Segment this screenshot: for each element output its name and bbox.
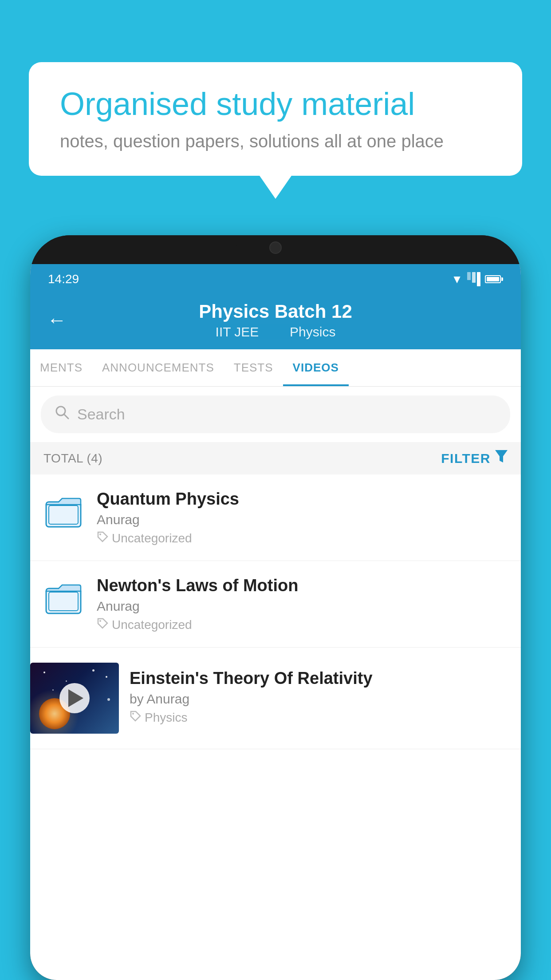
- status-time: 14:29: [48, 272, 79, 286]
- status-icons: ▼: [451, 272, 503, 286]
- video-title-3: Einstein's Theory Of Relativity: [130, 669, 508, 688]
- filter-button[interactable]: FILTER: [441, 450, 508, 466]
- search-bar[interactable]: Search: [41, 395, 510, 433]
- video-item-info-1: Quantum Physics Anurag Uncategorized: [97, 490, 508, 545]
- filter-label: FILTER: [441, 451, 491, 466]
- bubble-title: Organised study material: [60, 87, 491, 122]
- tag-icon-2: [97, 617, 108, 632]
- svg-rect-4: [49, 506, 78, 524]
- video-item-info-3: Einstein's Theory Of Relativity by Anura…: [130, 663, 508, 725]
- play-triangle: [68, 689, 83, 707]
- video-tag-1: Uncategorized: [97, 531, 508, 545]
- tag-icon-3: [130, 710, 141, 725]
- tabs-bar: MENTS ANNOUNCEMENTS TESTS VIDEOS: [30, 349, 521, 387]
- video-author-1: Anurag: [97, 512, 508, 527]
- filter-bar: TOTAL (4) FILTER: [30, 442, 521, 474]
- list-item[interactable]: Quantum Physics Anurag Uncategorized: [30, 474, 521, 561]
- bubble-subtitle: notes, question papers, solutions all at…: [60, 131, 491, 151]
- total-count: TOTAL (4): [43, 451, 102, 466]
- video-list: Quantum Physics Anurag Uncategorized: [30, 474, 521, 749]
- search-placeholder: Search: [77, 406, 125, 423]
- svg-marker-2: [495, 450, 508, 462]
- wifi-icon: ▼: [451, 273, 463, 286]
- svg-point-9: [132, 713, 134, 715]
- thumbnail-overlay: [30, 663, 119, 734]
- video-author-3: by Anurag: [130, 692, 508, 707]
- signal-icon: [467, 272, 480, 286]
- video-thumbnail-3: [30, 663, 119, 734]
- play-button-3[interactable]: [59, 683, 90, 713]
- tab-tests[interactable]: TESTS: [224, 349, 283, 386]
- video-item-info-2: Newton's Laws of Motion Anurag Uncategor…: [97, 576, 508, 632]
- camera-icon: [269, 241, 282, 254]
- video-title-1: Quantum Physics: [97, 490, 508, 509]
- phone-top-bar: [30, 235, 521, 264]
- svg-line-1: [64, 414, 68, 419]
- search-icon: [54, 404, 70, 424]
- search-container: Search: [30, 387, 521, 442]
- header-title: Physics Batch 12: [48, 300, 503, 323]
- phone-frame: 14:29 ▼ ← Physics Batch 12: [30, 235, 521, 980]
- notch: [236, 235, 315, 260]
- svg-point-5: [99, 533, 101, 535]
- tag-icon-1: [97, 531, 108, 545]
- folder-icon-1: [43, 491, 83, 531]
- list-item[interactable]: Newton's Laws of Motion Anurag Uncategor…: [30, 561, 521, 648]
- list-item[interactable]: Einstein's Theory Of Relativity by Anura…: [30, 648, 521, 749]
- phone-screen: 14:29 ▼ ← Physics Batch 12: [30, 264, 521, 980]
- speech-bubble: Organised study material notes, question…: [29, 62, 522, 176]
- video-author-2: Anurag: [97, 599, 508, 614]
- svg-rect-7: [49, 592, 78, 611]
- folder-icon-2: [43, 578, 83, 618]
- battery-icon: [485, 275, 503, 283]
- tab-ments[interactable]: MENTS: [30, 349, 92, 386]
- video-tag-3: Physics: [130, 710, 508, 725]
- svg-point-8: [99, 620, 101, 622]
- tab-videos[interactable]: VIDEOS: [283, 349, 349, 386]
- status-bar: 14:29 ▼: [30, 264, 521, 291]
- video-title-2: Newton's Laws of Motion: [97, 576, 508, 595]
- header-subtitle: IIT JEE Physics: [48, 324, 503, 340]
- tab-announcements[interactable]: ANNOUNCEMENTS: [92, 349, 224, 386]
- app-header: ← Physics Batch 12 IIT JEE Physics: [30, 291, 521, 349]
- header-subtitle-part2: Physics: [290, 324, 335, 339]
- speech-bubble-wrapper: Organised study material notes, question…: [29, 62, 522, 176]
- filter-funnel-icon: [495, 450, 508, 466]
- header-subtitle-part1: IIT JEE: [216, 324, 259, 339]
- video-tag-2: Uncategorized: [97, 617, 508, 632]
